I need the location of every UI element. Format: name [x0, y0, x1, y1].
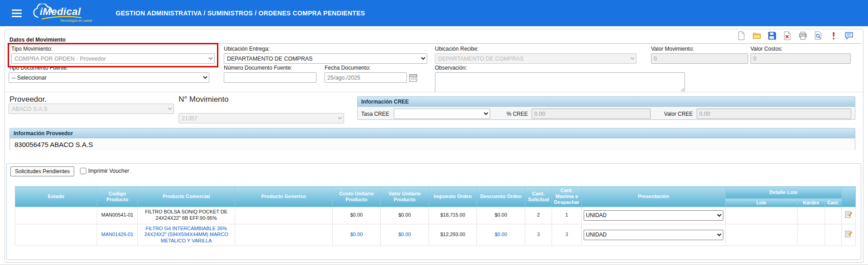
cell-cant-solicitud: 3 — [525, 224, 552, 246]
valor-costos-label: Valor Costos: — [750, 46, 851, 52]
col-cant-solicitud: Cant. Solicitud — [525, 187, 552, 207]
cell-kardex — [797, 207, 825, 224]
cell-impuesto: $12,293.00 — [429, 224, 477, 246]
cell-producto-generico — [235, 224, 333, 246]
ubicacion-recibe-select: DEPARTAMENTO DE COMPRAS — [435, 53, 637, 64]
edit-row-icon[interactable] — [844, 233, 853, 239]
valor-costos-field: Valor Costos: — [750, 46, 851, 64]
cell-cant — [825, 207, 842, 224]
valor-costos-input — [750, 53, 851, 64]
cell-estado — [15, 224, 97, 246]
cell-producto-comercial[interactable]: FILTRO G4 INTERCAMBIABLE 35% 24X24X2" (5… — [138, 224, 235, 246]
valor-cree-input — [697, 109, 851, 119]
cell-estado — [15, 207, 97, 224]
section-title-datos-movimiento: Datos del Movimiento — [9, 37, 66, 43]
menu-icon[interactable] — [10, 8, 24, 19]
open-folder-icon[interactable] — [752, 31, 762, 41]
solicitudes-pendientes-button[interactable]: Solicitudes Pendientes — [10, 166, 74, 176]
col-cant-maxima: Cant. Maxima a Despachar — [552, 187, 582, 207]
proveedor-title: Proveedor. — [9, 95, 47, 104]
print-icon[interactable] — [798, 31, 808, 41]
valor-movimiento-input — [651, 53, 748, 64]
table-row: MAN00541-01 FILTRO BOLSA SONIQ POCKET DE… — [15, 207, 856, 224]
movimiento-field: 21357 — [179, 113, 344, 123]
observacion-field: Observación: — [435, 65, 685, 94]
observacion-label: Observación: — [435, 65, 685, 71]
numero-documento-input[interactable] — [224, 72, 316, 83]
fecha-documento-input[interactable] — [325, 72, 407, 83]
observacion-textarea[interactable] — [435, 72, 685, 92]
cell-valor-unitario: $0.00 — [381, 224, 429, 246]
imprimir-voucher-label: Imprimir Voucher — [88, 168, 129, 174]
movimiento-title: N° Movimiento — [179, 95, 229, 104]
tipo-movimiento-select[interactable]: COMPRA POR ORDEN - Proveedor — [11, 53, 215, 64]
cell-cant-solicitud: 2 — [525, 207, 552, 224]
delete-document-icon[interactable] — [783, 31, 793, 41]
fecha-documento-field: Fecha Documento: — [325, 65, 420, 83]
cell-producto-comercial[interactable]: FILTRO BOLSA SONIQ POCKET DE 24X24X22" 6… — [138, 207, 235, 224]
cell-producto-generico — [235, 207, 333, 224]
info-proveedor-value: 830056475 ABACO S.A.S — [10, 138, 855, 151]
orders-table: Estado Codigo Producto Producto Comercia… — [15, 186, 856, 246]
important-icon[interactable] — [829, 31, 839, 41]
ubicacion-entrega-label: Ubicación Entrega: — [224, 46, 427, 52]
form-divider — [5, 92, 863, 92]
content-panel: Datos del Movimiento Tipo Movimiento: CO… — [5, 29, 863, 263]
imprimir-voucher-checkbox[interactable] — [80, 168, 86, 174]
cell-kardex — [797, 224, 825, 246]
col-presentacion: Presentación — [582, 187, 726, 207]
solicitudes-box: Solicitudes Pendientes Imprimir Voucher … — [6, 163, 861, 260]
valor-movimiento-label: Valor Movimiento: — [651, 46, 748, 52]
orders-table-header: Estado Codigo Producto Producto Comercia… — [15, 187, 856, 207]
col-kardex: Kardex — [797, 199, 825, 207]
brand-tagline: Tecnología en salud — [60, 19, 92, 23]
info-proveedor-title: Información Proveedor — [10, 128, 855, 138]
edit-row-icon[interactable] — [844, 214, 853, 219]
cell-descuento: $0.00 — [477, 224, 525, 246]
numero-documento-field: Número Documento Fuente: — [224, 65, 316, 83]
pct-cree-label: % CREE — [506, 111, 528, 117]
cell-lote — [726, 224, 797, 246]
ubicacion-entrega-select[interactable]: DEPARTAMENTO DE COMPRAS — [224, 53, 427, 64]
new-document-icon[interactable] — [736, 31, 746, 41]
action-toolbar — [736, 31, 854, 41]
tipo-movimiento-field: Tipo Movimiento: COMPRA POR ORDEN - Prov… — [8, 43, 218, 67]
proveedor-select: ABACO S.A.S — [9, 104, 174, 114]
cree-panel: Información CREE Tasa CREE % CREE Valor … — [357, 96, 855, 120]
preview-icon[interactable] — [813, 31, 823, 41]
top-bar: iMedical Tecnología en salud GESTION ADM… — [0, 0, 868, 26]
comments-icon[interactable] — [844, 31, 854, 41]
cell-lote — [726, 207, 797, 224]
calendar-icon[interactable] — [408, 73, 418, 83]
tipo-documento-select[interactable]: -- Seleccionar — [9, 72, 209, 83]
presentacion-select[interactable]: UNIDAD — [584, 210, 723, 221]
col-lote: Lote — [726, 199, 797, 207]
cell-costo-unitario: $0.00 — [333, 224, 381, 246]
breadcrumb: GESTION ADMINISTRATIVA / SUMINISTROS / O… — [116, 9, 365, 17]
col-producto-comercial: Producto Comercial — [138, 187, 235, 207]
cree-panel-title: Información CREE — [358, 97, 855, 107]
tasa-cree-select[interactable] — [394, 109, 490, 119]
ubicacion-entrega-field: Ubicación Entrega: DEPARTAMENTO DE COMPR… — [224, 46, 427, 64]
cell-codigo: MAN00541-01 — [97, 207, 138, 224]
col-producto-generico: Producto Generico — [235, 187, 333, 207]
save-icon[interactable] — [767, 31, 777, 41]
tipo-documento-field: Tipo Documento Fuente: -- Seleccionar — [9, 65, 209, 83]
orders-table-wrap: Estado Codigo Producto Producto Comercia… — [15, 186, 856, 246]
presentacion-select[interactable]: UNIDAD — [584, 230, 723, 240]
col-detalle-lote: Detalle Lote — [726, 187, 842, 199]
valor-movimiento-field: Valor Movimiento: — [651, 46, 748, 64]
imprimir-voucher-field: Imprimir Voucher — [80, 168, 129, 174]
cell-cant-maxima: 1 — [552, 207, 582, 224]
app-logo: iMedical Tecnología en salud — [33, 2, 106, 24]
cell-valor-unitario: $0.00 — [381, 207, 429, 224]
col-costo-unitario: Costo Unitario Producto — [333, 187, 381, 207]
cell-impuesto: $18,715.00 — [429, 207, 477, 224]
col-codigo-producto: Codigo Producto — [97, 187, 138, 207]
col-estado: Estado — [15, 187, 97, 207]
cell-costo-unitario: $0.00 — [333, 207, 381, 224]
info-proveedor-panel: Información Proveedor 830056475 ABACO S.… — [9, 128, 855, 151]
numero-documento-label: Número Documento Fuente: — [224, 65, 316, 71]
movimiento-select: 21357 — [179, 113, 344, 123]
cell-codigo[interactable]: MAN01426-01 — [97, 224, 138, 246]
